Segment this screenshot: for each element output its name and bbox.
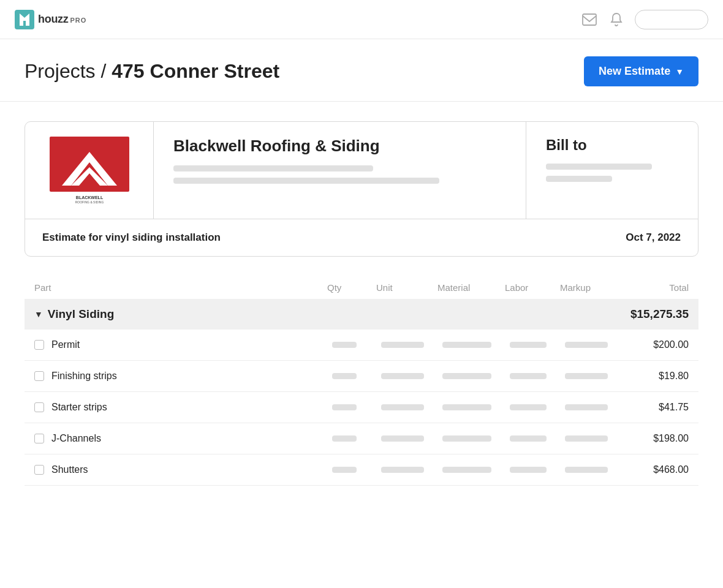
markup-placeholder: [565, 373, 608, 379]
estimate-desc-row: Estimate for vinyl siding installation O…: [25, 219, 698, 256]
line-checkbox-jchannels[interactable]: [34, 434, 44, 443]
company-address-line1: [173, 165, 373, 172]
line-item-name-cell: Permit: [34, 339, 327, 350]
company-info: Blackwell Roofing & Siding: [154, 122, 526, 219]
logo-area: houzz PRO: [15, 10, 86, 29]
line-total: $200.00: [621, 339, 689, 350]
company-logo: BLACKWELL ROOFING & SIDING: [50, 137, 129, 204]
line-item-name: J-Channels: [51, 433, 101, 444]
line-item-name: Permit: [51, 339, 80, 350]
top-nav: houzz PRO: [0, 0, 723, 39]
line-item-name-cell: J-Channels: [34, 433, 327, 444]
col-part: Part: [34, 282, 327, 293]
labor-placeholder: [510, 435, 547, 442]
qty-placeholder: [332, 373, 357, 379]
category-label: ▼ Vinyl Siding: [34, 307, 327, 321]
mail-icon[interactable]: [581, 11, 598, 28]
line-checkbox-starter[interactable]: [34, 402, 44, 412]
qty-placeholder: [332, 467, 357, 473]
line-item-name-cell: Finishing strips: [34, 371, 327, 382]
line-item-name-cell: Shutters: [34, 464, 327, 475]
markup-placeholder: [565, 467, 608, 473]
unit-placeholder: [381, 342, 424, 348]
line-checkbox-finishing[interactable]: [34, 371, 44, 381]
svg-rect-2: [50, 137, 129, 192]
line-item-name: Starter strips: [51, 402, 107, 413]
houzz-icon: [15, 10, 34, 29]
table-row: Finishing strips $19.80: [25, 361, 698, 392]
col-total: Total: [621, 282, 689, 293]
search-bar[interactable]: [635, 10, 708, 29]
line-item-name-cell: Starter strips: [34, 402, 327, 413]
material-placeholder: [442, 404, 491, 410]
estimate-card: BLACKWELL ROOFING & SIDING Blackwell Roo…: [25, 121, 698, 257]
material-placeholder: [442, 342, 491, 348]
category-total: $15,275.35: [621, 307, 689, 321]
line-item-name: Shutters: [51, 464, 88, 475]
unit-placeholder: [381, 404, 424, 410]
labor-placeholder: [510, 467, 547, 473]
material-placeholder: [442, 467, 491, 473]
material-placeholder: [442, 373, 491, 379]
line-checkbox-shutters[interactable]: [34, 465, 44, 475]
markup-placeholder: [565, 404, 608, 410]
line-total: $198.00: [621, 433, 689, 444]
table-row: Starter strips $41.75: [25, 392, 698, 423]
unit-placeholder: [381, 435, 424, 442]
logo-text: houzz: [38, 13, 69, 26]
qty-placeholder: [332, 342, 357, 348]
page-header: Projects / 475 Conner Street New Estimat…: [0, 39, 723, 102]
company-section: BLACKWELL ROOFING & SIDING Blackwell Roo…: [25, 122, 698, 219]
nav-right: [581, 10, 708, 29]
company-address-line2: [173, 178, 439, 184]
unit-placeholder: [381, 467, 424, 473]
unit-placeholder: [381, 373, 424, 379]
bill-to-title: Bill to: [546, 137, 678, 154]
main-content: BLACKWELL ROOFING & SIDING Blackwell Roo…: [0, 102, 723, 505]
labor-placeholder: [510, 404, 547, 410]
labor-placeholder: [510, 342, 547, 348]
line-total: $19.80: [621, 371, 689, 382]
estimate-date: Oct 7, 2022: [626, 232, 681, 244]
col-markup: Markup: [560, 282, 621, 293]
bell-icon[interactable]: [608, 11, 625, 28]
estimate-description: Estimate for vinyl siding installation: [42, 232, 221, 244]
markup-placeholder: [565, 342, 608, 348]
table-row: Shutters $468.00: [25, 454, 698, 486]
table-header: Part Qty Unit Material Labor Markup Tota…: [25, 276, 698, 299]
col-qty: Qty: [327, 282, 376, 293]
bill-to-line2: [546, 176, 612, 182]
qty-placeholder: [332, 404, 357, 410]
material-placeholder: [442, 435, 491, 442]
labor-placeholder: [510, 373, 547, 379]
page-title: Projects / 475 Conner Street: [25, 60, 279, 83]
line-total: $41.75: [621, 402, 689, 413]
company-name: Blackwell Roofing & Siding: [173, 137, 506, 156]
bill-to-line1: [546, 164, 652, 170]
logo-pro-label: PRO: [70, 17, 87, 24]
line-total: $468.00: [621, 464, 689, 475]
line-checkbox-permit[interactable]: [34, 340, 44, 350]
qty-placeholder: [332, 435, 357, 442]
category-chevron-icon[interactable]: ▼: [34, 309, 43, 319]
category-row: ▼ Vinyl Siding $15,275.35: [25, 299, 698, 330]
svg-text:BLACKWELL: BLACKWELL: [75, 195, 103, 200]
company-logo-area: BLACKWELL ROOFING & SIDING: [25, 122, 154, 219]
bill-to-section: Bill to: [526, 122, 698, 219]
line-item-name: Finishing strips: [51, 371, 117, 382]
col-material: Material: [437, 282, 505, 293]
new-estimate-button[interactable]: New Estimate ▼: [584, 56, 698, 86]
table-row: Permit $200.00: [25, 330, 698, 361]
col-unit: Unit: [376, 282, 437, 293]
table-row: J-Channels $198.00: [25, 423, 698, 454]
svg-text:ROOFING & SIDING: ROOFING & SIDING: [75, 200, 104, 204]
estimate-table: Part Qty Unit Material Labor Markup Tota…: [25, 276, 698, 486]
markup-placeholder: [565, 435, 608, 442]
col-labor: Labor: [505, 282, 560, 293]
svg-rect-1: [583, 14, 596, 25]
chevron-down-icon: ▼: [675, 67, 684, 77]
